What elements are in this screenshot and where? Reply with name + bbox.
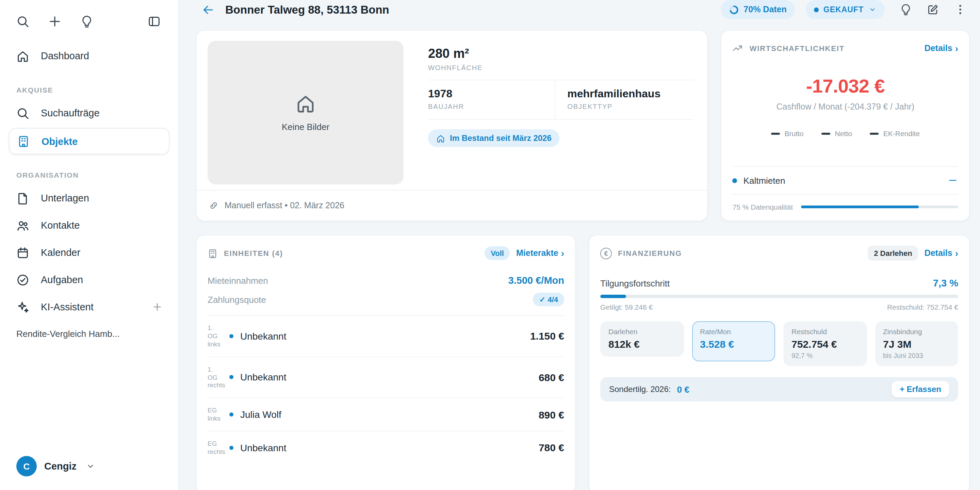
tenant-name: Unbekannt bbox=[229, 331, 286, 342]
sidebar-item-objekte[interactable]: Objekte bbox=[9, 128, 169, 154]
sidebar-item-label: Kalender bbox=[41, 247, 162, 258]
unit-row[interactable]: 1.OGlinks Unbekannt 1.150 € bbox=[208, 316, 564, 357]
edit-icon[interactable] bbox=[927, 3, 939, 16]
getilgt-text: Getilgt: 59.246 € bbox=[600, 303, 653, 311]
stat-box-darlehen[interactable]: Darlehen 812k € bbox=[600, 321, 684, 356]
status-label: GEKAUFT bbox=[824, 5, 864, 14]
loan-stat-boxes: Darlehen 812k € Rate/Mon 3.528 € Restsch… bbox=[600, 321, 958, 366]
trend-up-icon bbox=[733, 43, 743, 54]
property-stats: 280 m² WOHNFLÄCHE 1978 BAUJAHR mehrfamil… bbox=[428, 41, 697, 190]
property-overview-card: Keine Bilder 280 m² WOHNFLÄCHE 1978 BAUJ… bbox=[196, 30, 708, 221]
wirtschaftlichkeit-details-link[interactable]: Details bbox=[924, 43, 958, 54]
sidebar-section-akquise: AKQUISE bbox=[0, 86, 178, 94]
data-quality-label: 70% Daten bbox=[743, 5, 786, 14]
tenant-dot-icon bbox=[229, 375, 234, 379]
lightbulb-icon[interactable] bbox=[900, 3, 912, 16]
chart-legend: Brutto Netto EK-Rendite bbox=[733, 129, 958, 137]
legend-item[interactable]: Netto bbox=[821, 129, 852, 137]
sidebar: Dashboard AKQUISE Suchaufträge Objekte O… bbox=[0, 0, 179, 490]
restschuld-text: Restschuld: 752.754 € bbox=[887, 303, 958, 311]
series-row-kaltmieten: Kaltmieten bbox=[733, 166, 958, 195]
source-footer: Manuell erfasst • 02. März 2026 bbox=[197, 190, 708, 221]
unit-position: EGrechts bbox=[208, 440, 229, 456]
area-label: WOHNFLÄCHE bbox=[428, 64, 694, 72]
unit-rent: 1.150 € bbox=[530, 331, 564, 342]
building-icon bbox=[17, 135, 30, 148]
type-value: mehrfamilienhaus bbox=[567, 88, 694, 100]
data-quality-fill bbox=[801, 205, 919, 208]
sidebar-recent-chat[interactable]: Rendite-Vergleich Hamb... bbox=[0, 321, 178, 339]
search-icon[interactable] bbox=[16, 14, 29, 27]
sidebar-item-ki-assistent[interactable]: KI-Assistent bbox=[0, 293, 178, 321]
sidebar-nav: Dashboard AKQUISE Suchaufträge Objekte O… bbox=[0, 42, 178, 339]
unit-row[interactable]: 1.OGrechts Unbekannt 680 € bbox=[208, 357, 564, 398]
data-quality-bar bbox=[801, 205, 958, 208]
home-icon bbox=[436, 134, 445, 143]
status-badge[interactable]: GEKAUFT bbox=[806, 0, 885, 19]
finanzierung-card: € FINANZIERUNG 2 Darlehen Details Tilgun… bbox=[589, 235, 970, 490]
quote-label: Zahlungsquote bbox=[208, 294, 266, 305]
sidebar-item-label: Dashboard bbox=[41, 50, 162, 61]
sidebar-item-dashboard[interactable]: Dashboard bbox=[0, 42, 178, 69]
topbar: Bonner Talweg 88, 53113 Bonn 70% Daten G… bbox=[179, 0, 980, 19]
tenant-name: Julia Wolf bbox=[229, 409, 282, 420]
card-title: EINHEITEN (4) bbox=[224, 249, 283, 257]
status-dot-icon bbox=[814, 7, 819, 12]
legend-item[interactable]: Brutto bbox=[771, 129, 803, 137]
bestand-label: Im Bestand seit März 2026 bbox=[450, 134, 552, 143]
source-text: Manuell erfasst • 02. März 2026 bbox=[224, 201, 344, 210]
image-placeholder[interactable]: Keine Bilder bbox=[208, 41, 404, 185]
sidebar-item-kalender[interactable]: Kalender bbox=[0, 239, 178, 266]
card-title: WIRTSCHAFTLICHKEIT bbox=[749, 44, 845, 52]
check-circle-icon bbox=[16, 273, 29, 286]
sidebar-item-aufgaben[interactable]: Aufgaben bbox=[0, 266, 178, 293]
sidebar-item-label: Kontakte bbox=[41, 220, 162, 231]
unit-rent: 680 € bbox=[539, 372, 564, 383]
series-label: Kaltmieten bbox=[743, 175, 785, 185]
progress-ring-icon bbox=[729, 5, 739, 14]
data-quality-text: 75 % Datenqualität bbox=[733, 203, 793, 211]
more-menu-icon[interactable] bbox=[954, 3, 966, 16]
user-menu[interactable]: C Cengiz bbox=[0, 445, 178, 490]
unit-row[interactable]: EGrechts Unbekannt 780 € bbox=[208, 431, 564, 464]
chevron-down-icon bbox=[869, 5, 877, 14]
stat-box-zinsbindung[interactable]: Zinsbindung 7J 3M bis Juni 2033 bbox=[875, 321, 958, 366]
sidebar-item-unterlagen[interactable]: Unterlagen bbox=[0, 185, 178, 212]
tenant-name: Unbekannt bbox=[229, 372, 286, 383]
tilgung-fill bbox=[600, 295, 627, 298]
sidebar-item-label: KI-Assistent bbox=[41, 301, 141, 312]
unit-position: 1.OGrechts bbox=[208, 365, 229, 389]
euro-icon: € bbox=[600, 247, 612, 259]
darlehen-count-badge: 2 Darlehen bbox=[868, 246, 918, 261]
legend-item[interactable]: EK-Rendite bbox=[870, 129, 920, 137]
stat-box-restschuld[interactable]: Restschuld 752.754 € 92,7 % bbox=[783, 321, 867, 366]
back-button[interactable] bbox=[202, 3, 215, 16]
series-dot-icon bbox=[733, 178, 737, 183]
data-quality-badge[interactable]: 70% Daten bbox=[721, 0, 795, 19]
link-icon bbox=[209, 201, 218, 210]
sidebar-toolbar bbox=[0, 0, 178, 42]
occupancy-badge: Voll bbox=[485, 247, 510, 260]
income-label: Mieteinnahmen bbox=[208, 275, 268, 285]
add-icon[interactable] bbox=[48, 14, 61, 27]
people-icon bbox=[16, 219, 29, 232]
finanzierung-details-link[interactable]: Details bbox=[924, 248, 958, 259]
chevron-down-icon bbox=[86, 461, 95, 471]
sidebar-item-kontakte[interactable]: Kontakte bbox=[0, 212, 178, 239]
bestand-badge[interactable]: Im Bestand seit März 2026 bbox=[428, 129, 560, 147]
mieterakte-link[interactable]: Mieterakte bbox=[516, 248, 564, 259]
main-area: Bonner Talweg 88, 53113 Bonn 70% Daten G… bbox=[179, 0, 980, 490]
sondertilgung-label: Sondertilg. 2026: bbox=[609, 385, 671, 394]
legend-dash-icon bbox=[870, 132, 878, 134]
erfassen-button[interactable]: + Erfassen bbox=[891, 381, 950, 398]
lightbulb-icon[interactable] bbox=[80, 14, 93, 27]
sidebar-toggle-icon[interactable] bbox=[148, 14, 161, 27]
search-icon bbox=[16, 107, 29, 119]
hide-series-icon[interactable] bbox=[947, 175, 958, 186]
add-chat-icon[interactable] bbox=[153, 302, 162, 312]
sidebar-item-suchauftraege[interactable]: Suchaufträge bbox=[0, 99, 178, 127]
type-label: OBJEKTTYP bbox=[567, 103, 694, 110]
einheiten-card: EINHEITEN (4) Voll Mieterakte Mieteinnah… bbox=[196, 235, 576, 490]
stat-box-rate[interactable]: Rate/Mon 3.528 € bbox=[692, 321, 775, 361]
unit-row[interactable]: EGlinks Julia Wolf 890 € bbox=[208, 398, 564, 432]
